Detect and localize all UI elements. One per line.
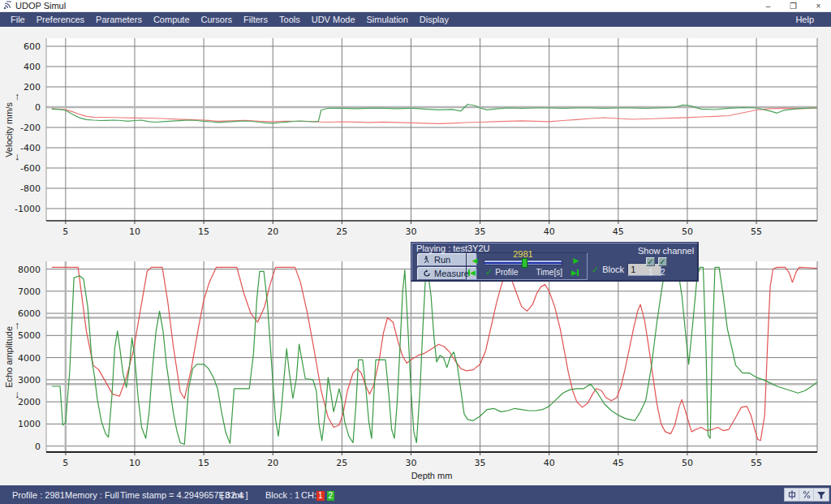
svg-text:4000: 4000 [18,353,41,364]
svg-text:20: 20 [267,458,278,468]
chart-workspace: 5101520253035404550556004002000-200-400-… [0,27,831,485]
menu-item-help[interactable]: Help [790,12,820,27]
svg-text:40: 40 [544,226,555,237]
svg-text:0: 0 [35,102,41,113]
echo-axis-label-wrap: Echo amplitude [3,261,15,452]
udop-simul-window: { "window": { "title": "UDOP Simul", "co… [0,0,831,504]
echo-positive-arrow-icon: ↑ [15,319,20,331]
svg-text:15: 15 [198,226,209,237]
jump-start-button[interactable]: ◀ [468,268,478,278]
svg-text:50: 50 [682,458,693,468]
velocity-positive-arrow-icon: ↑ [15,90,20,102]
block-input[interactable] [627,263,661,276]
svg-text:40: 40 [544,458,555,468]
jump-end-bar-icon [577,269,579,276]
svg-text:8000: 8000 [18,265,41,275]
status-ch1-badge: 1 [316,491,325,501]
svg-text:200: 200 [24,82,41,93]
svg-text:25: 25 [336,226,347,237]
svg-text:6000: 6000 [18,308,41,319]
svg-text:35: 35 [475,458,486,468]
status-channels: CH:1 2 [301,490,334,501]
profile-label: Profile [495,268,518,277]
svg-text:35: 35 [475,226,486,237]
status-tray [784,488,829,502]
velocity-axis-label-wrap: Velocity mm/s [3,38,15,221]
runner-icon [423,256,431,264]
svg-text:10: 10 [129,458,140,468]
jump-end-button[interactable]: ▶ [571,268,581,278]
profile-slider[interactable] [484,260,562,265]
menu-item-filters[interactable]: Filters [238,12,273,27]
anchor-move-icon[interactable] [785,489,799,501]
status-memory: Memory : Full [65,490,119,500]
channel2-checkbox[interactable]: ✓ [658,257,667,266]
echo-negative-arrow-icon: ↓ [15,388,20,400]
jump-start-arrow-icon: ◀ [470,268,476,278]
block-label: Block [602,265,624,274]
svg-text:55: 55 [751,458,762,468]
percent-scale-icon[interactable] [799,489,814,501]
menu-item-cursors[interactable]: Cursors [196,12,239,27]
menu-item-parameters[interactable]: Parameters [90,12,148,27]
velocity-chart: 5101520253035404550556004002000-200-400-… [0,28,831,272]
svg-text:55: 55 [751,226,762,237]
svg-text:0: 0 [35,442,41,452]
svg-text:-800: -800 [20,183,41,194]
menu-item-udv-mode[interactable]: UDV Mode [306,12,361,27]
jump-end-arrow-icon: ▶ [571,268,577,278]
svg-text:30: 30 [405,458,416,468]
close-button[interactable]: × [806,0,831,12]
svg-text:45: 45 [613,226,624,237]
svg-text:-400: -400 [20,143,41,153]
svg-text:45: 45 [613,458,624,468]
profile-row: ✓ Profile Time[s] [485,267,562,278]
time-units-label: Time[s] [536,268,562,277]
show-channel-label: Show channel [638,246,696,256]
status-ch-label: CH: [301,490,316,500]
title-bar: UDOP Simul – ❐ × [0,0,831,12]
svg-text:600: 600 [24,41,41,52]
funnel-filter-icon[interactable] [814,489,829,501]
app-icon [2,1,12,11]
channel1-checkbox[interactable]: ✓ [646,257,655,266]
status-ch2-badge: 2 [327,491,335,501]
menu-item-preferences[interactable]: Preferences [31,12,90,27]
menu-item-simulation[interactable]: Simulation [361,12,414,27]
velocity-axis-label: Velocity mm/s [4,102,14,157]
player-panel: Playing : test3Y2U Run Measure ◀ ◀ ▶ ▶ 2… [411,243,698,281]
svg-text:-200: -200 [20,123,41,133]
depth-axis-label: Depth mm [46,471,817,480]
block-check-icon[interactable]: ✓ [592,265,599,275]
svg-text:-600: -600 [20,163,41,174]
step-back-button[interactable]: ◀ [470,256,480,265]
channel1-label: 1 [648,268,653,277]
svg-text:3000: 3000 [18,375,41,386]
window-controls: – ❐ × [756,0,831,11]
svg-text:-1000: -1000 [15,204,41,214]
menu-item-compute[interactable]: Compute [148,12,196,27]
svg-text:15: 15 [198,458,209,468]
minimize-button[interactable]: – [756,0,781,12]
svg-text:10: 10 [129,226,140,237]
menu-item-display[interactable]: Display [414,12,454,27]
menu-item-file[interactable]: File [5,12,31,27]
svg-text:50: 50 [682,226,693,237]
velocity-negative-arrow-icon: ↓ [15,150,20,162]
step-forward-button[interactable]: ▶ [571,256,581,265]
measure-button-label: Measure [434,269,469,278]
profile-check-icon[interactable]: ✓ [485,267,493,277]
maximize-button[interactable]: ❐ [781,0,806,12]
svg-text:25: 25 [336,458,347,468]
svg-text:2000: 2000 [18,397,41,407]
svg-text:30: 30 [405,226,416,237]
measure-cycle-icon [423,269,431,278]
menu-item-tools[interactable]: Tools [273,12,306,27]
channel2-label: 2 [661,268,665,277]
status-block: Block : 1 [265,490,299,500]
menu-bar: File Preferences Parameters Compute Curs… [0,12,831,27]
svg-text:20: 20 [267,226,278,237]
status-bracket-value: [ 32.4 ] [221,490,248,500]
svg-text:400: 400 [24,62,41,72]
svg-text:1000: 1000 [18,419,41,429]
